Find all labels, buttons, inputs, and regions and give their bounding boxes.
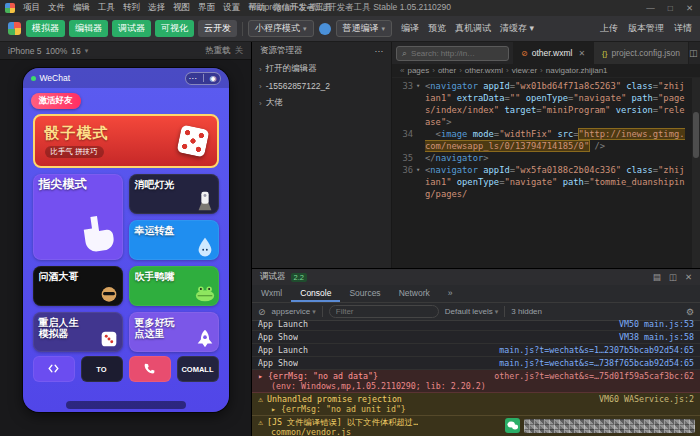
panel-toggle-button[interactable]: 编辑器 xyxy=(69,20,108,37)
menu-item[interactable]: 界面 xyxy=(194,2,219,14)
scrollbar-thumb[interactable] xyxy=(693,112,699,158)
debugger-version-badge: 2.2 xyxy=(291,273,307,282)
console-source-link[interactable]: VM60 WAService.js:2 xyxy=(599,394,694,404)
fold-icon[interactable]: ▾ xyxy=(416,80,425,128)
game-tile[interactable]: 指尖模式 xyxy=(33,174,123,260)
levels-select[interactable]: Default levels ▾ xyxy=(445,307,499,316)
devtools-grid-icon[interactable] xyxy=(8,22,21,35)
split-editor-icon[interactable]: ◫ xyxy=(689,48,698,58)
fold-icon[interactable]: ▾ xyxy=(416,164,425,200)
console-source-link[interactable]: VM38 main.js:58 xyxy=(619,332,694,342)
compile-action-button[interactable]: 预览 xyxy=(428,22,446,35)
compile-action-button[interactable]: 编译 xyxy=(401,22,419,35)
search-box[interactable]: ⌕ xyxy=(396,46,509,61)
console-row: App LaunchVM50 main.js:53 xyxy=(252,318,700,331)
console-source-link[interactable]: other.js?t=wechat&s=…75d01f59a5caf3bc:62 xyxy=(494,371,694,381)
game-tile[interactable]: 消吧灯光 xyxy=(129,174,219,214)
toolbar-right-button[interactable]: 详情 xyxy=(674,22,692,35)
clear-console-icon[interactable]: ⊘ xyxy=(258,307,266,317)
explorer-item[interactable]: ›-15562857122_2 xyxy=(252,78,391,94)
dock-tile[interactable] xyxy=(33,356,75,382)
window-minimize-button[interactable]: — xyxy=(644,3,657,13)
device-select[interactable]: iPhone 5 xyxy=(8,46,42,56)
menu-item[interactable]: 工具 xyxy=(94,2,119,14)
context-select[interactable]: appservice ▾ xyxy=(272,307,316,316)
search-input[interactable] xyxy=(411,49,503,58)
window-close-button[interactable]: ✕ xyxy=(684,3,695,13)
dock-tile[interactable]: COMALL xyxy=(177,356,219,382)
editor-scrollbar[interactable] xyxy=(692,78,700,268)
console-source-link[interactable]: main.js?t=wechat&s=…738f765bcab92d54:65 xyxy=(499,358,694,368)
toolbar-right-button[interactable]: 上传 xyxy=(600,22,618,35)
game-tile[interactable]: 问酒大哥 xyxy=(33,266,123,306)
menu-item[interactable]: 视图 xyxy=(169,2,194,14)
dock-bottom-icon[interactable]: ◫ xyxy=(669,272,677,282)
editor-tab[interactable]: {}project.config.json xyxy=(594,42,689,64)
breadcrumb-item[interactable]: other.wxml xyxy=(465,66,503,75)
panel-toggle-button[interactable]: 调试器 xyxy=(112,20,151,37)
hot-reload-toggle[interactable]: 关 xyxy=(235,45,244,57)
panel-toggle-button[interactable]: 可视化 xyxy=(155,20,194,37)
dock-side-icon[interactable]: ▤ xyxy=(653,272,661,282)
explorer-item[interactable]: ›打开的编辑器 xyxy=(252,60,391,78)
game-tile-grid: 指尖模式消吧灯光幸运转盘问酒大哥吹手鸭嘴重启人生 模拟器更多好玩 点这里 xyxy=(33,174,219,352)
devtools-tab-»[interactable]: » xyxy=(439,285,462,302)
more-icon[interactable]: ⋯ xyxy=(189,74,197,83)
window-maximize-button[interactable]: □ xyxy=(666,3,675,13)
console-filter-input[interactable] xyxy=(329,305,439,318)
chevron-down-icon[interactable]: ▾ xyxy=(85,47,89,55)
activate-friends-button[interactable]: 激活好友 xyxy=(31,93,81,109)
menu-item[interactable]: 设置 xyxy=(219,2,244,14)
compile-action-button[interactable]: 清缓存 ▾ xyxy=(500,22,534,35)
breadcrumb-back-icon[interactable]: « xyxy=(400,66,404,75)
phone-preview[interactable]: WeChat ⋯ ◉ 激活好友 骰子模式 比手气 拼技巧 xyxy=(23,68,229,412)
close-debugger-icon[interactable]: ✕ xyxy=(685,272,692,282)
mode-select[interactable]: 小程序模式 ▾ xyxy=(248,20,314,37)
menu-item[interactable]: 项目 xyxy=(19,2,44,14)
toolbar: 模拟器编辑器调试器可视化云开发 小程序模式 ▾ 普通编译 ▾ 编译预览真机调试清… xyxy=(0,16,700,42)
devtools-tab-network[interactable]: Network xyxy=(390,285,439,302)
breadcrumb-item[interactable]: other xyxy=(438,66,456,75)
network-select[interactable]: 16 xyxy=(71,46,80,56)
debugger-header: 调试器 2.2 ▤◫✕ xyxy=(252,269,700,285)
close-tab-icon[interactable]: ✕ xyxy=(578,49,585,58)
menu-item[interactable]: 选择 xyxy=(144,2,169,14)
compile-action-button[interactable]: 真机调试 xyxy=(455,22,491,35)
compile-mode-select[interactable]: 普通编译 ▾ xyxy=(336,20,393,37)
game-tile[interactable]: 重启人生 模拟器 xyxy=(33,312,123,352)
breadcrumb-item[interactable]: navigator.zhijian1 xyxy=(546,66,608,75)
game-tile[interactable]: 更多好玩 点这里 xyxy=(129,312,219,352)
console-source-link[interactable]: main.js?t=wechat&s=1…2307b5bcab92d54:65 xyxy=(499,345,694,355)
console-source-link[interactable]: VM50 main.js:53 xyxy=(619,319,694,329)
menu-item[interactable]: 转到 xyxy=(119,2,144,14)
close-circle-icon[interactable]: ◉ xyxy=(210,74,217,83)
explorer-item[interactable]: ›大佬 xyxy=(252,94,391,112)
toolbar-right-button[interactable]: 版本管理 xyxy=(628,22,664,35)
devtools-tab-console[interactable]: Console xyxy=(291,285,340,302)
breadcrumb-item[interactable]: pages xyxy=(407,66,429,75)
breadcrumb-item[interactable]: view:er xyxy=(512,66,537,75)
zoom-select[interactable]: 100% xyxy=(46,46,68,56)
warning-icon: ⚠ xyxy=(258,417,263,427)
devtools-tab-wxml[interactable]: Wxml xyxy=(252,285,291,302)
console-row: ▸ {errMsg: "no ad data"}other.js?t=wecha… xyxy=(252,370,700,393)
menu-item[interactable]: 编辑 xyxy=(69,2,94,14)
game-tile[interactable]: 幸运转盘 xyxy=(129,220,219,260)
game-tile[interactable]: 吹手鸭嘴 xyxy=(129,266,219,306)
code-line: 33▾<navigator appId="wx01bd64f71a8c5263"… xyxy=(392,80,700,128)
face-icon xyxy=(98,282,120,304)
dock-tile[interactable]: TO xyxy=(81,356,123,382)
more-icon[interactable]: ⋯ xyxy=(375,46,384,56)
devtools-tab-sources[interactable]: Sources xyxy=(340,285,389,302)
panel-toggle-button[interactable]: 云开发 xyxy=(198,20,237,37)
dice-mode-banner[interactable]: 骰子模式 比手气 拼技巧 xyxy=(33,114,219,168)
console-settings-icon[interactable]: ⚙ xyxy=(686,307,694,317)
dock-tile[interactable] xyxy=(129,356,171,382)
menu-item[interactable]: 文件 xyxy=(44,2,69,14)
console-message[interactable]: ▸ {errMsg: "no ad data"} xyxy=(258,371,378,381)
code-area[interactable]: 33▾<navigator appId="wx01bd64f71a8c5263"… xyxy=(392,78,700,268)
editor-tab[interactable]: ⊘other.wxml✕ xyxy=(513,42,594,64)
avatar[interactable] xyxy=(319,23,331,35)
panel-toggle-button[interactable]: 模拟器 xyxy=(26,20,65,37)
miniprogram-capsule[interactable]: ⋯ ◉ xyxy=(185,72,221,85)
